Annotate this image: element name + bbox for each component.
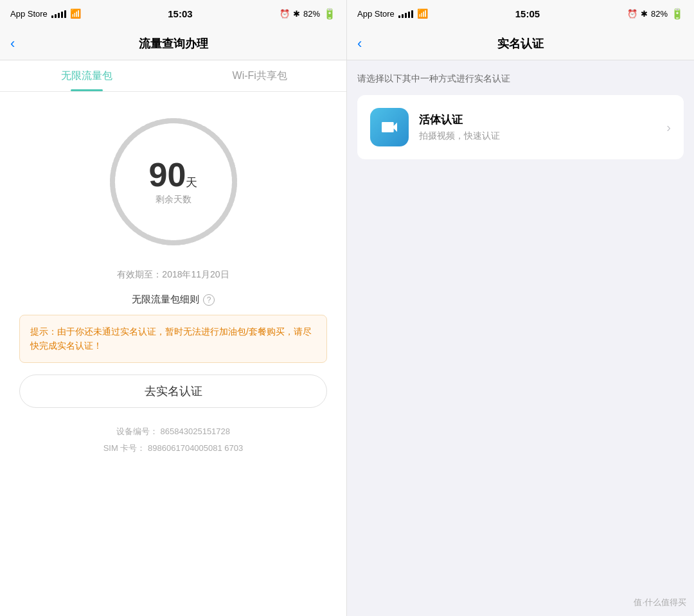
instruction-text: 请选择以下其中一种方式进行实名认证 [357, 73, 684, 85]
action-button[interactable]: 去实名认证 [19, 374, 327, 408]
right-wifi-icon: 📶 [417, 8, 428, 19]
left-battery-icon: 🔋 [323, 8, 336, 20]
right-battery-icon: 🔋 [671, 8, 684, 20]
right-time: 15:05 [515, 8, 540, 19]
signal-bar-1 [51, 15, 53, 18]
expiry-text: 有效期至：2018年11月20日 [117, 269, 229, 281]
r-signal-bar-4 [408, 12, 410, 18]
left-tabs: 无限流量包 Wi-Fi共享包 [0, 60, 346, 92]
right-back-button[interactable]: ‹ [357, 37, 362, 51]
r-signal-bar-2 [402, 14, 404, 18]
right-status-left: App Store 📶 [357, 8, 428, 19]
right-bluetooth-icon: ✱ [641, 9, 648, 19]
left-carrier: App Store [10, 9, 48, 19]
circle-label: 剩余天数 [149, 194, 198, 206]
right-panel: App Store 📶 15:05 ⏰ ✱ 82% 🔋 ‹ 实名认证 请选择以下… [347, 0, 694, 616]
left-bluetooth-icon: ✱ [293, 9, 300, 19]
signal-bar-3 [58, 13, 60, 18]
auth-card-desc: 拍摄视频，快速认证 [419, 130, 656, 142]
signal-bar-2 [55, 14, 57, 18]
sim-number: 8986061704005081 6703 [148, 443, 243, 453]
right-nav-bar: ‹ 实名认证 [347, 27, 694, 60]
left-panel: App Store 📶 15:03 ⏰ ✱ 82% 🔋 ‹ 流量查询办理 无限流… [0, 0, 347, 616]
left-wifi-icon: 📶 [70, 8, 81, 19]
device-info: 设备编号： 865843025151728 SIM 卡号： 8986061704… [103, 423, 244, 457]
auth-card-title: 活体认证 [419, 112, 656, 127]
right-nav-title: 实名认证 [497, 36, 544, 51]
circle-number: 90 [149, 158, 186, 191]
left-status-right: ⏰ ✱ 82% 🔋 [280, 8, 336, 20]
auth-card-text: 活体认证 拍摄视频，快速认证 [419, 112, 656, 142]
question-icon[interactable]: ? [203, 294, 215, 306]
watermark: 值·什么值得买 [634, 597, 686, 608]
r-signal-bar-1 [398, 15, 400, 18]
tab-wifi-share[interactable]: Wi-Fi共享包 [174, 60, 347, 91]
circle-unit: 天 [186, 175, 197, 190]
right-content: 请选择以下其中一种方式进行实名认证 活体认证 拍摄视频，快速认证 › [347, 60, 694, 616]
left-nav-title: 流量查询办理 [139, 36, 208, 51]
auth-card[interactable]: 活体认证 拍摄视频，快速认证 › [357, 95, 684, 159]
device-label: 设备编号： [116, 427, 158, 436]
left-back-button[interactable]: ‹ [10, 37, 15, 51]
circle-container: 90 天 剩余天数 [103, 111, 244, 252]
left-alarm-icon: ⏰ [280, 9, 290, 19]
right-battery-label: 82% [651, 9, 668, 19]
right-status-bar: App Store 📶 15:05 ⏰ ✱ 82% 🔋 [347, 0, 694, 27]
warning-box: 提示：由于你还未通过实名认证，暂时无法进行加油包/套餐购买，请尽快完成实名认证！ [19, 315, 327, 363]
camera-video-svg [379, 117, 400, 137]
left-signal-bars [51, 9, 66, 18]
rule-title: 无限流量包细则 ? [132, 294, 215, 306]
left-nav-bar: ‹ 流量查询办理 [0, 27, 346, 60]
left-status-left: App Store 📶 [10, 8, 81, 19]
r-signal-bar-3 [405, 13, 407, 18]
right-carrier: App Store [357, 9, 395, 19]
right-alarm-icon: ⏰ [627, 9, 637, 19]
left-time: 15:03 [168, 8, 192, 19]
right-status-right: ⏰ ✱ 82% 🔋 [627, 8, 684, 20]
signal-bar-4 [61, 12, 63, 18]
right-signal-bars [398, 9, 413, 18]
r-signal-bar-5 [411, 10, 413, 18]
device-number: 865843025151728 [161, 427, 230, 436]
left-battery-label: 82% [303, 9, 320, 19]
tab-unlimited[interactable]: 无限流量包 [0, 60, 174, 91]
video-icon [370, 108, 409, 146]
circle-text: 90 天 剩余天数 [149, 158, 198, 206]
left-main-content: 90 天 剩余天数 有效期至：2018年11月20日 无限流量包细则 ? 提示：… [0, 92, 346, 616]
chevron-right-icon: › [666, 120, 671, 135]
sim-row: SIM 卡号： 8986061704005081 6703 [103, 440, 244, 457]
left-status-bar: App Store 📶 15:03 ⏰ ✱ 82% 🔋 [0, 0, 346, 27]
sim-label: SIM 卡号： [103, 443, 146, 453]
device-number-row: 设备编号： 865843025151728 [103, 423, 244, 440]
signal-bar-5 [64, 10, 66, 18]
